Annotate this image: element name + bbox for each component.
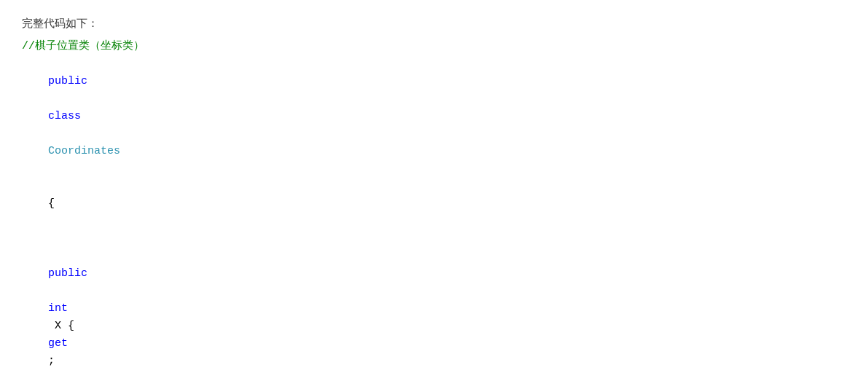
code-comment: //棋子位置类（坐标类） — [22, 38, 846, 55]
classname-coordinates: Coordinates — [48, 145, 120, 157]
keyword-public: public — [48, 75, 87, 87]
code-line-class: public class Coordinates — [22, 55, 846, 178]
intro-text: 完整代码如下： — [22, 15, 846, 32]
code-block: 完整代码如下： //棋子位置类（坐标类） public class Coordi… — [22, 15, 846, 370]
keyword-class: class — [48, 110, 81, 122]
code-line-open-brace: { — [22, 178, 846, 230]
comment-line: //棋子位置类（坐标类） — [22, 38, 846, 55]
code-line-prop-x: public int X { get ; set ; } — [22, 230, 846, 370]
